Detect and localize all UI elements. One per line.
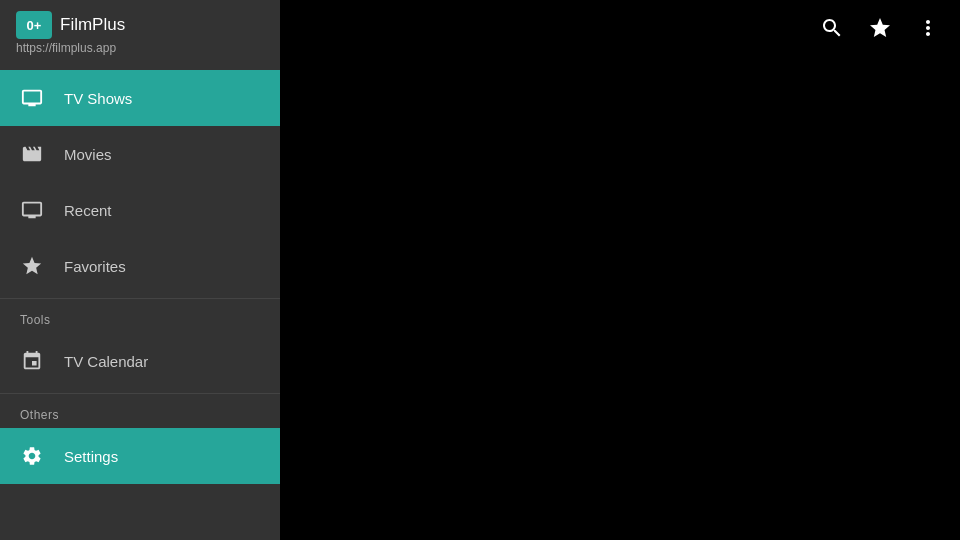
sidebar-item-tv-calendar-label: TV Calendar — [64, 353, 148, 370]
tv-icon — [20, 86, 44, 110]
sidebar-header: 0+ FilmPlus https://filmplus.app — [0, 0, 280, 70]
more-options-button[interactable] — [908, 8, 948, 48]
tools-divider — [0, 298, 280, 299]
sidebar-item-movies[interactable]: Movies — [0, 126, 280, 182]
tools-section-label: Tools — [0, 303, 280, 333]
sidebar-item-tv-calendar[interactable]: TV Calendar — [0, 333, 280, 389]
app-name: FilmPlus — [60, 15, 125, 35]
app-logo-badge: 0+ — [16, 11, 52, 39]
others-section-label: Others — [0, 398, 280, 428]
nav-items: TV Shows Movies Recent — [0, 70, 280, 540]
search-button[interactable] — [812, 8, 852, 48]
top-bar — [800, 0, 960, 56]
recent-tv-icon — [20, 198, 44, 222]
sidebar-item-settings[interactable]: Settings — [0, 428, 280, 484]
gear-icon — [20, 444, 44, 468]
sidebar-item-recent[interactable]: Recent — [0, 182, 280, 238]
sidebar-item-tv-shows[interactable]: TV Shows — [0, 70, 280, 126]
app-logo-row: 0+ FilmPlus — [16, 11, 125, 39]
app-url: https://filmplus.app — [16, 41, 116, 55]
sidebar-item-recent-label: Recent — [64, 202, 112, 219]
movie-icon — [20, 142, 44, 166]
sidebar-item-settings-label: Settings — [64, 448, 118, 465]
sidebar-item-movies-label: Movies — [64, 146, 112, 163]
others-divider — [0, 393, 280, 394]
star-icon — [20, 254, 44, 278]
sidebar-item-favorites[interactable]: Favorites — [0, 238, 280, 294]
sidebar-item-favorites-label: Favorites — [64, 258, 126, 275]
main-content — [280, 0, 960, 540]
sidebar: 0+ FilmPlus https://filmplus.app TV Show… — [0, 0, 280, 540]
sidebar-item-tv-shows-label: TV Shows — [64, 90, 132, 107]
favorites-button[interactable] — [860, 8, 900, 48]
calendar-icon — [20, 349, 44, 373]
